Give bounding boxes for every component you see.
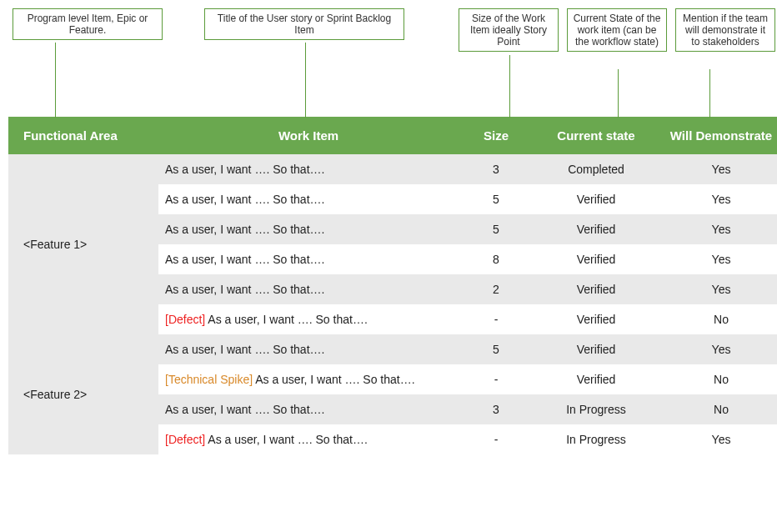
size-cell: - — [459, 304, 534, 334]
state-cell: Verified — [534, 304, 659, 334]
size-cell: 5 — [459, 184, 534, 214]
state-cell: Verified — [534, 214, 659, 244]
callout-text: Size of the Work Item ideally Story Poin… — [470, 13, 547, 48]
work-item-cell: As a user, I want …. So that…. — [158, 154, 459, 184]
work-item-cell: As a user, I want …. So that…. — [158, 274, 459, 304]
demo-cell: Yes — [659, 274, 777, 304]
sprint-backlog-table: Functional Area Work Item Size Current s… — [8, 117, 777, 454]
header-size: Size — [459, 117, 534, 154]
table-header-row: Functional Area Work Item Size Current s… — [8, 117, 777, 154]
work-item-title: As a user, I want …. So that…. — [165, 343, 324, 356]
demo-cell: Yes — [659, 214, 777, 244]
callout-text: Current State of the work item (can be t… — [574, 13, 661, 48]
callout-work-item: Title of the User story or Sprint Backlo… — [204, 8, 404, 40]
size-cell: - — [459, 424, 534, 454]
work-item-cell: [Technical Spike] As a user, I want …. S… — [158, 364, 459, 394]
work-item-cell: As a user, I want …. So that…. — [158, 244, 459, 274]
demo-cell: Yes — [659, 184, 777, 214]
work-item-cell: As a user, I want …. So that…. — [158, 334, 459, 364]
callout-text: Program level Item, Epic or Feature. — [28, 13, 148, 36]
demo-cell: Yes — [659, 424, 777, 454]
state-cell: In Progress — [534, 394, 659, 424]
header-work-item: Work Item — [158, 117, 459, 154]
header-current-state: Current state — [534, 117, 659, 154]
work-item-title: As a user, I want …. So that…. — [255, 373, 414, 386]
callout-current-state: Current State of the work item (can be t… — [567, 8, 667, 52]
callout-functional-area: Program level Item, Epic or Feature. — [13, 8, 163, 40]
feature-cell: <Feature 1> — [8, 154, 158, 334]
state-cell: Verified — [534, 364, 659, 394]
state-cell: In Progress — [534, 424, 659, 454]
work-item-cell: As a user, I want …. So that…. — [158, 184, 459, 214]
size-cell: - — [459, 364, 534, 394]
size-cell: 3 — [459, 394, 534, 424]
callout-will-demonstrate: Mention if the team will demonstrate it … — [675, 8, 775, 52]
work-item-cell: As a user, I want …. So that…. — [158, 394, 459, 424]
work-item-title: As a user, I want …. So that…. — [208, 313, 367, 326]
demo-cell: Yes — [659, 244, 777, 274]
state-cell: Verified — [534, 184, 659, 214]
work-item-title: As a user, I want …. So that…. — [165, 193, 324, 206]
table-row: <Feature 2>As a user, I want …. So that…… — [8, 334, 777, 364]
spike-tag: [Technical Spike] — [165, 373, 255, 386]
feature-cell: <Feature 2> — [8, 334, 158, 454]
demo-cell: No — [659, 394, 777, 424]
work-item-title: As a user, I want …. So that…. — [165, 253, 324, 266]
callout-size: Size of the Work Item ideally Story Poin… — [459, 8, 559, 52]
work-item-title: As a user, I want …. So that…. — [165, 403, 324, 416]
callout-text: Title of the User story or Sprint Backlo… — [218, 13, 391, 36]
size-cell: 2 — [459, 274, 534, 304]
header-will-demonstrate: Will Demonstrate — [659, 117, 777, 154]
work-item-title: As a user, I want …. So that…. — [165, 223, 324, 236]
demo-cell: Yes — [659, 334, 777, 364]
table-row: <Feature 1>As a user, I want …. So that…… — [8, 154, 777, 184]
callout-text: Mention if the team will demonstrate it … — [683, 13, 768, 48]
state-cell: Completed — [534, 154, 659, 184]
work-item-title: As a user, I want …. So that…. — [165, 283, 324, 296]
header-functional-area: Functional Area — [8, 117, 158, 154]
work-item-title: As a user, I want …. So that…. — [208, 433, 367, 446]
defect-tag: [Defect] — [165, 313, 208, 326]
demo-cell: No — [659, 364, 777, 394]
callout-row: Program level Item, Epic or Feature. Tit… — [8, 8, 769, 117]
state-cell: Verified — [534, 244, 659, 274]
state-cell: Verified — [534, 334, 659, 364]
size-cell: 3 — [459, 154, 534, 184]
work-item-title: As a user, I want …. So that…. — [165, 163, 324, 176]
state-cell: Verified — [534, 274, 659, 304]
work-item-cell: [Defect] As a user, I want …. So that…. — [158, 304, 459, 334]
demo-cell: No — [659, 304, 777, 334]
demo-cell: Yes — [659, 154, 777, 184]
work-item-cell: [Defect] As a user, I want …. So that…. — [158, 424, 459, 454]
size-cell: 8 — [459, 244, 534, 274]
work-item-cell: As a user, I want …. So that…. — [158, 214, 459, 244]
size-cell: 5 — [459, 334, 534, 364]
size-cell: 5 — [459, 214, 534, 244]
defect-tag: [Defect] — [165, 433, 208, 446]
